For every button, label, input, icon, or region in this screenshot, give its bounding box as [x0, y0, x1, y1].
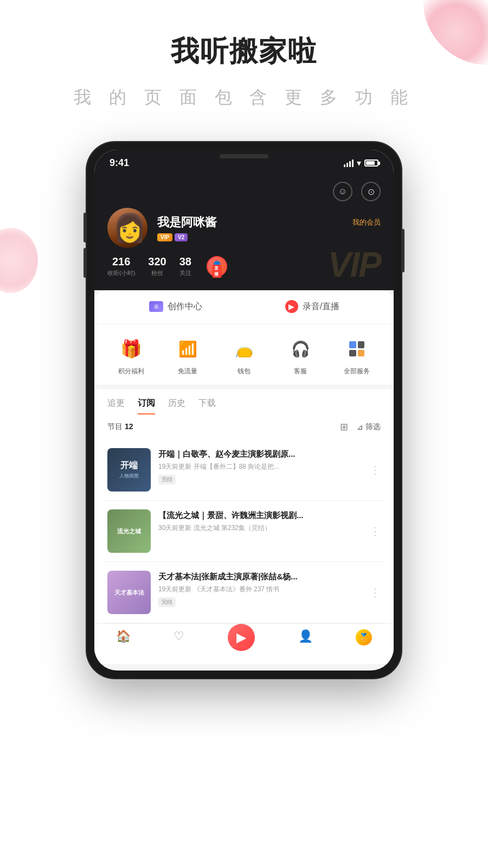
filter-button[interactable]: ⊿ 筛选: [357, 422, 381, 432]
tab-create-center[interactable]: ≡ 创作中心: [107, 290, 244, 324]
list-items: 开端 人物插图 开端｜白敬亭、赵今麦主演影视剧原... 19天前更新 开端【番外…: [94, 439, 394, 623]
status-time: 9:41: [110, 157, 129, 169]
status-bar: 9:41 ▾: [94, 150, 394, 173]
phone-speaker: [220, 154, 268, 158]
stat-following: 38 关注: [179, 256, 204, 277]
phone-screen: 9:41 ▾ ☺: [94, 150, 394, 671]
list-item-content-3: 天才基本法|张新成主演原著|张喆&杨... 19天前更新 《天才基本法》番外 2…: [158, 571, 381, 607]
vip-link[interactable]: 我的会员: [352, 218, 381, 227]
stat-fans-number: 320: [148, 256, 166, 268]
list-item-content-2: 【流光之城｜景甜、许魏洲主演影视剧... 30天前更新 流光之城 第232集（完…: [158, 509, 381, 533]
stat-following-label: 关注: [179, 269, 191, 277]
content-tabs: 追更 订阅 历史 下载: [94, 389, 394, 414]
nav-rewards[interactable]: 🏅: [356, 629, 372, 651]
headset-icon: 🎧: [291, 340, 310, 358]
bottom-nav: 🏠 ♡ ▶ 👤 🏅: [94, 623, 394, 664]
service-traffic[interactable]: 📶 免流量: [174, 335, 201, 376]
bg-decoration-mid-left: [0, 228, 38, 293]
tab-record-live[interactable]: ▶ 录音/直播: [244, 290, 381, 324]
message-icon: ☺: [338, 187, 347, 196]
more-btn-2[interactable]: ⋮: [365, 520, 385, 542]
list-item-content-1: 开端｜白敬亭、赵今麦主演影视剧原... 19天前更新 开端【番外二】88 舆论是…: [158, 448, 381, 484]
battery-fill: [366, 161, 375, 165]
profile-section: ☺ ⊙ 我是阿咪酱 我的会员 VIP: [94, 173, 394, 290]
service-support[interactable]: 🎧 客服: [287, 335, 314, 376]
gift-icon: 🎁: [120, 339, 142, 359]
list-item-title-2: 【流光之城｜景甜、许魏洲主演影视剧...: [158, 509, 381, 521]
tab-history[interactable]: 历史: [168, 398, 185, 414]
tab-subscriptions[interactable]: 订阅: [138, 398, 155, 414]
signal-bar-4: [352, 159, 354, 167]
apps-dot-2: [358, 341, 365, 348]
apps-grid-icon: [349, 341, 364, 356]
thumb-sub-1: 人物插图: [119, 473, 139, 480]
create-center-icon: ≡: [149, 301, 163, 312]
stat-listening-number: 216: [107, 256, 135, 268]
tab-downloads[interactable]: 下载: [198, 398, 216, 414]
live-avatar[interactable]: 👤 直播: [207, 256, 227, 277]
filter-funnel-icon: ⊿: [357, 423, 363, 431]
list-item-meta-1: 19天前更新 开端【番外二】88 舆论是把...: [158, 462, 381, 471]
support-label: 客服: [294, 367, 307, 376]
phone-side-btn-power: [402, 229, 404, 272]
battery-icon: [364, 159, 378, 167]
thumb-title-1: 开端: [120, 460, 138, 470]
phone-side-btn-volume-up: [84, 213, 86, 242]
support-icon-wrap: 🎧: [287, 335, 314, 362]
filter-label: 筛选: [365, 422, 381, 432]
all-services-label: 全部服务: [344, 367, 370, 376]
complete-tag-1: 完结: [158, 475, 176, 484]
stat-following-number: 38: [179, 256, 191, 268]
thumb-title-2: 流光之城: [115, 525, 143, 538]
page-title: 我听搬家啦: [0, 33, 488, 71]
filter-count-number: 12: [125, 422, 133, 431]
signal-icon: [344, 159, 354, 167]
nav-discover[interactable]: ♡: [174, 629, 184, 651]
service-grid: 🎁 积分福利 📶 免流量 👝 钱包: [94, 324, 394, 389]
page-subtitle: 我 的 页 面 包 含 更 多 功 能: [0, 86, 488, 110]
profile-name: 我是阿咪酱: [157, 214, 217, 231]
nav-play-btn[interactable]: ▶: [228, 624, 255, 651]
points-icon-wrap: 🎁: [118, 335, 145, 362]
settings-icon-btn[interactable]: ⊙: [361, 182, 381, 201]
profile-name-row: 我是阿咪酱 我的会员: [157, 214, 381, 231]
stat-fans: 320 粉丝: [148, 256, 179, 277]
list-item: 开端 人物插图 开端｜白敬亭、赵今麦主演影视剧原... 19天前更新 开端【番外…: [103, 439, 385, 501]
nav-profile[interactable]: 👤: [298, 629, 313, 651]
service-all[interactable]: 全部服务: [343, 335, 370, 376]
service-points[interactable]: 🎁 积分福利: [118, 335, 145, 376]
more-btn-3[interactable]: ⋮: [365, 582, 385, 603]
more-btn-1[interactable]: ⋮: [365, 459, 385, 481]
tab-record-label: 录音/直播: [303, 301, 339, 312]
service-wallet[interactable]: 👝 钱包: [230, 335, 258, 376]
medal-icon: 🏅: [356, 629, 372, 646]
filter-bar: 节目 12 ⊞ ⊿ 筛选: [94, 414, 394, 439]
apps-dot-4: [358, 350, 365, 357]
stat-fans-label: 粉丝: [148, 269, 166, 277]
page-header: 我听搬家啦 我 的 页 面 包 含 更 多 功 能: [0, 0, 488, 110]
thumb-kaiduan: 开端 人物插图: [107, 448, 151, 492]
wallet-label: 钱包: [237, 367, 251, 376]
avatar: [107, 208, 147, 248]
apps-dot-1: [349, 341, 356, 348]
profile-icon: 👤: [298, 629, 313, 643]
settings-icon: ⊙: [368, 187, 375, 197]
list-item-title-1: 开端｜白敬亭、赵今麦主演影视剧原...: [158, 448, 381, 459]
list-item: 流光之城 【流光之城｜景甜、许魏洲主演影视剧... 30天前更新 流光之城 第2…: [103, 501, 385, 562]
phone-side-btn-volume-down: [84, 248, 86, 278]
v2-badge: V2: [175, 233, 188, 241]
profile-top-icons: ☺ ⊙: [107, 182, 381, 201]
tab-follow-updates[interactable]: 追更: [107, 398, 125, 414]
list-view-icon[interactable]: ⊞: [340, 421, 348, 433]
list-item-title-3: 天才基本法|张新成主演原著|张喆&杨...: [158, 571, 381, 582]
vip-badge-row: VIP V2: [157, 233, 188, 241]
list-item-meta-2: 30天前更新 流光之城 第232集（完结）: [158, 524, 381, 533]
profile-stats: 216 收听(小时) 320 粉丝 38 关注 👤 直播: [107, 256, 381, 277]
filter-right: ⊞ ⊿ 筛选: [340, 421, 381, 433]
message-icon-btn[interactable]: ☺: [333, 182, 352, 201]
tab-create-label: 创作中心: [168, 301, 202, 312]
nav-home[interactable]: 🏠: [116, 629, 131, 651]
complete-tag-3: 完结: [158, 597, 176, 607]
wallet-icon: 👝: [235, 340, 254, 358]
status-icons: ▾: [344, 158, 378, 168]
